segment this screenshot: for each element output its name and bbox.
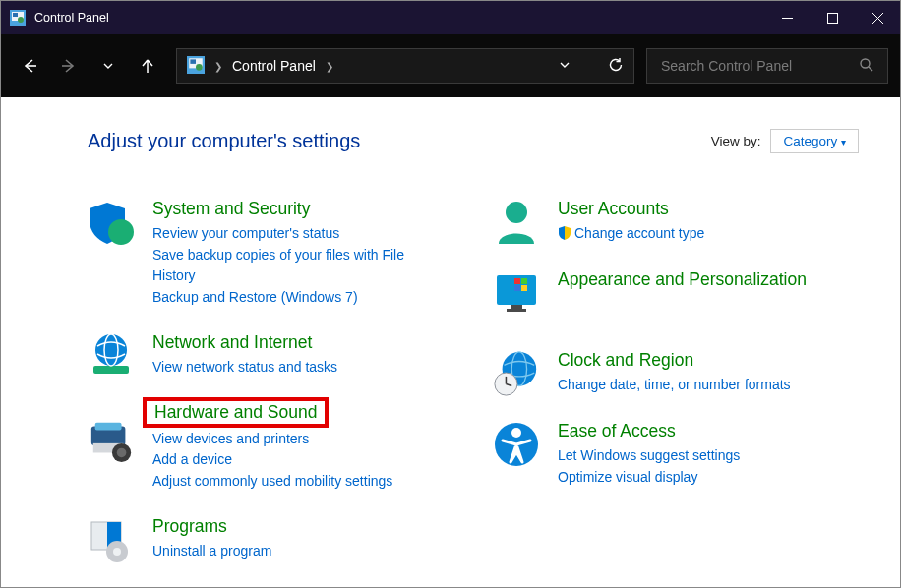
category-title[interactable]: Clock and Region [558, 350, 847, 371]
svg-rect-17 [93, 366, 129, 374]
svg-rect-33 [514, 278, 520, 284]
link-mobility-settings[interactable]: Adjust commonly used mobility settings [152, 471, 442, 493]
link-suggest-settings[interactable]: Let Windows suggest settings [558, 445, 847, 467]
address-bar[interactable]: ❯ Control Panel ❯ [176, 48, 634, 84]
svg-line-15 [869, 67, 872, 71]
forward-button[interactable] [52, 49, 86, 83]
refresh-button[interactable] [608, 57, 624, 76]
category-title[interactable]: System and Security [152, 199, 442, 219]
titlebar: Control Panel [1, 1, 900, 34]
category-ease-of-access: Ease of Access Let Windows suggest setti… [493, 421, 847, 488]
svg-point-13 [196, 63, 203, 70]
search-icon [860, 58, 873, 75]
link-view-devices[interactable]: View devices and printers [152, 429, 442, 450]
category-user-accounts: User Accounts Change account type [493, 199, 847, 246]
svg-rect-32 [507, 309, 526, 312]
category-appearance: Appearance and Personalization [493, 269, 847, 317]
category-title[interactable]: Appearance and Personalization [558, 269, 847, 290]
svg-rect-21 [95, 423, 122, 431]
category-network: Network and Internet View network status… [88, 332, 442, 380]
search-input[interactable]: Search Control Panel [646, 48, 888, 84]
svg-point-18 [95, 334, 127, 366]
link-network-status[interactable]: View network status and tasks [152, 357, 442, 379]
window-controls [764, 1, 900, 34]
back-button[interactable] [13, 49, 46, 83]
globe-icon [88, 332, 135, 380]
category-clock-region: Clock and Region Change date, time, or n… [493, 350, 847, 397]
link-uninstall[interactable]: Uninstall a program [152, 541, 442, 562]
maximize-button[interactable] [810, 1, 855, 34]
svg-rect-36 [521, 285, 527, 291]
category-title[interactable]: Programs [152, 516, 442, 537]
link-add-device[interactable]: Add a device [152, 449, 442, 471]
recent-dropdown[interactable] [91, 49, 125, 83]
up-button[interactable] [131, 49, 164, 83]
control-panel-icon [9, 9, 27, 27]
chevron-right-icon[interactable]: ❯ [214, 61, 222, 72]
svg-rect-12 [190, 59, 196, 64]
monitor-icon [493, 269, 540, 317]
svg-rect-31 [511, 305, 522, 309]
category-title[interactable]: Network and Internet [152, 332, 442, 353]
search-placeholder: Search Control Panel [661, 58, 792, 74]
highlighted-box: Hardware and Sound [143, 397, 329, 428]
categories-right-column: User Accounts Change account type Appear… [493, 199, 847, 587]
user-icon [493, 199, 540, 246]
svg-point-43 [511, 428, 521, 438]
category-hardware: Hardware and Sound View devices and prin… [88, 397, 442, 493]
category-title[interactable]: User Accounts [558, 199, 847, 219]
category-programs: Programs Uninstall a program [88, 516, 442, 563]
accessibility-icon [493, 421, 540, 468]
link-change-date-time[interactable]: Change date, time, or number formats [558, 375, 847, 396]
svg-point-29 [506, 202, 527, 223]
chevron-right-icon[interactable]: ❯ [326, 61, 333, 72]
control-panel-icon [187, 56, 205, 77]
window-title: Control Panel [34, 11, 764, 25]
uac-shield-icon [558, 225, 571, 239]
svg-rect-34 [521, 278, 527, 284]
link-change-account-type[interactable]: Change account type [558, 223, 847, 245]
navbar: ❯ Control Panel ❯ Search Control Panel [1, 34, 900, 97]
category-title[interactable]: Ease of Access [558, 421, 847, 441]
page-title: Adjust your computer's settings [88, 130, 360, 152]
svg-rect-35 [514, 285, 520, 291]
breadcrumb-item[interactable]: Control Panel [232, 58, 316, 74]
svg-rect-5 [827, 13, 837, 23]
svg-point-28 [113, 548, 121, 556]
category-system-security: System and Security Review your computer… [88, 199, 442, 309]
svg-point-24 [117, 447, 127, 457]
link-optimize-display[interactable]: Optimize visual display [558, 467, 847, 489]
shield-icon [88, 199, 135, 246]
content-header: Adjust your computer's settings View by:… [88, 129, 876, 153]
minimize-button[interactable] [764, 1, 810, 34]
svg-point-16 [108, 219, 134, 245]
categories-left-column: System and Security Review your computer… [88, 199, 442, 587]
link-file-history[interactable]: Save backup copies of your files with Fi… [152, 245, 442, 287]
printer-icon [88, 417, 135, 464]
svg-rect-2 [13, 13, 18, 17]
svg-point-14 [861, 59, 870, 68]
link-backup-restore[interactable]: Backup and Restore (Windows 7) [152, 287, 442, 309]
address-dropdown-icon[interactable] [559, 58, 571, 74]
clock-globe-icon [493, 350, 540, 397]
svg-point-3 [18, 17, 24, 23]
view-by-label: View by: [711, 134, 761, 148]
view-by-select[interactable]: Category ▾ [770, 129, 859, 153]
view-by: View by: Category ▾ [711, 129, 859, 153]
close-button[interactable] [855, 1, 900, 34]
content-area: Adjust your computer's settings View by:… [1, 97, 900, 588]
category-title[interactable]: Hardware and Sound [154, 402, 317, 423]
link-review-status[interactable]: Review your computer's status [152, 223, 442, 245]
categories: System and Security Review your computer… [88, 199, 876, 587]
programs-icon [88, 516, 135, 563]
